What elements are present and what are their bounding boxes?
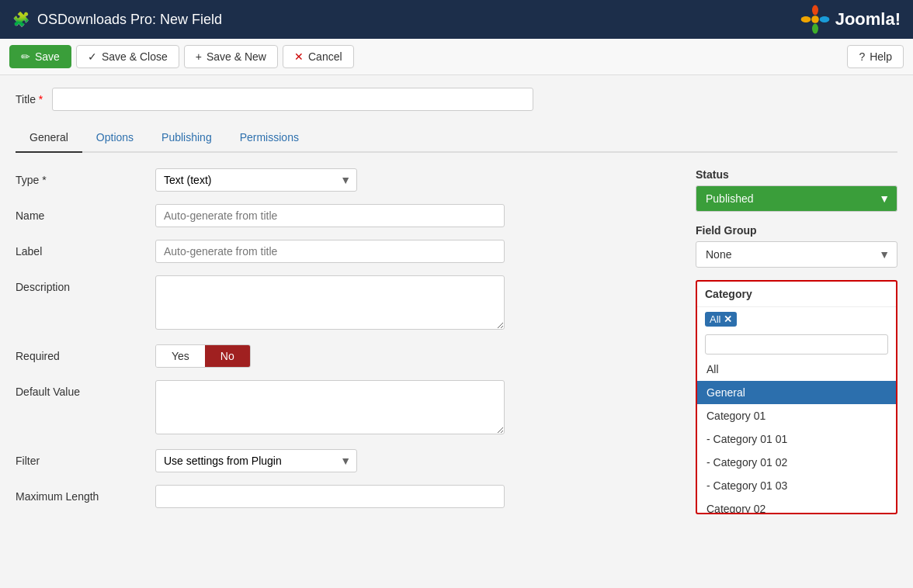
- field-group-section: Field Group None ▼: [696, 224, 897, 268]
- status-select[interactable]: Published: [696, 185, 897, 212]
- svg-point-3: [812, 24, 818, 34]
- default-value-row: Default Value: [16, 380, 680, 437]
- type-row: Type * Text (text) ▼: [16, 168, 680, 192]
- svg-point-1: [812, 5, 818, 16]
- svg-point-2: [819, 16, 829, 22]
- name-control: [155, 204, 505, 227]
- check-icon: ✓: [88, 50, 97, 63]
- svg-point-4: [800, 16, 811, 22]
- joomla-text: Joomla!: [835, 9, 901, 29]
- save-close-button[interactable]: ✓ Save & Close: [76, 45, 179, 68]
- title-label: Title *: [16, 93, 43, 105]
- type-select-wrapper: Text (text) ▼: [155, 168, 357, 192]
- category-all-tag: All ✕: [705, 312, 737, 327]
- field-group-select[interactable]: None: [696, 241, 897, 268]
- filter-label: Filter: [16, 449, 155, 467]
- filter-control: Use settings from Plugin ▼: [155, 449, 505, 472]
- list-item[interactable]: Category 01: [697, 404, 896, 427]
- puzzle-icon: 🧩: [12, 11, 30, 28]
- description-textarea[interactable]: [155, 275, 505, 330]
- status-select-wrapper: Published ▼: [696, 185, 897, 212]
- tab-publishing[interactable]: Publishing: [148, 123, 226, 153]
- default-value-label: Default Value: [16, 380, 155, 398]
- title-row: Title *: [16, 88, 897, 111]
- list-item[interactable]: - Category 01 03: [697, 474, 896, 497]
- label-control: [155, 240, 505, 263]
- status-section: Status Published ▼: [696, 168, 897, 212]
- name-input[interactable]: [155, 204, 505, 227]
- category-all-tag-label: All: [710, 313, 720, 325]
- default-value-textarea[interactable]: [155, 380, 505, 434]
- save-new-button[interactable]: + Save & New: [184, 45, 278, 68]
- app-header: 🧩 OSDownloads Pro: New Field Joomla!: [0, 0, 913, 39]
- main-layout: Type * Text (text) ▼ Name: [16, 168, 897, 521]
- joomla-logo: Joomla!: [800, 4, 901, 35]
- svg-point-0: [811, 16, 819, 23]
- toolbar: ✏ Save ✓ Save & Close + Save & New ✕ Can…: [0, 39, 913, 75]
- category-section: Category All ✕ AllGeneralCategory 01- Ca…: [696, 280, 897, 514]
- tab-bar: General Options Publishing Permissions: [16, 123, 897, 153]
- right-panel: Status Published ▼ Field Group None ▼: [696, 168, 897, 521]
- list-item[interactable]: General: [697, 381, 896, 404]
- save-button[interactable]: ✏ Save: [9, 45, 71, 68]
- tab-permissions[interactable]: Permissions: [226, 123, 313, 153]
- required-toggle: Yes No: [155, 344, 251, 368]
- field-group-select-wrapper: None ▼: [696, 241, 897, 268]
- filter-select-wrapper: Use settings from Plugin ▼: [155, 449, 357, 472]
- tab-options[interactable]: Options: [82, 123, 148, 153]
- joomla-flower-icon: [800, 4, 831, 35]
- title-input[interactable]: [52, 88, 533, 111]
- field-group-label: Field Group: [696, 224, 897, 237]
- required-star: *: [39, 93, 43, 105]
- label-input[interactable]: [155, 240, 505, 263]
- name-label: Name: [16, 204, 155, 222]
- page-title: OSDownloads Pro: New Field: [37, 12, 222, 28]
- category-search-input[interactable]: [705, 334, 888, 355]
- required-label: Required: [16, 344, 155, 362]
- type-label: Type *: [16, 168, 155, 186]
- description-control: [155, 275, 505, 332]
- description-label: Description: [16, 275, 155, 293]
- category-header: Category: [697, 282, 896, 307]
- type-control: Text (text) ▼: [155, 168, 505, 192]
- tab-general[interactable]: General: [16, 123, 82, 153]
- label-row: Label: [16, 240, 680, 263]
- required-control: Yes No: [155, 344, 505, 368]
- default-value-control: [155, 380, 505, 437]
- required-yes-button[interactable]: Yes: [156, 345, 205, 367]
- filter-select[interactable]: Use settings from Plugin: [155, 449, 357, 472]
- list-item[interactable]: - Category 01 02: [697, 451, 896, 474]
- list-item[interactable]: - Category 01 01: [697, 427, 896, 451]
- type-select[interactable]: Text (text): [155, 168, 357, 192]
- list-item[interactable]: Category 02: [697, 497, 896, 513]
- status-label: Status: [696, 168, 897, 181]
- plus-icon: +: [196, 50, 202, 63]
- max-length-input[interactable]: [155, 485, 505, 508]
- cancel-button[interactable]: ✕ Cancel: [283, 45, 354, 68]
- category-all-tag-close[interactable]: ✕: [724, 313, 732, 325]
- required-no-button[interactable]: No: [205, 345, 250, 367]
- description-row: Description: [16, 275, 680, 332]
- name-row: Name: [16, 204, 680, 227]
- content-area: Title * General Options Publishing Permi…: [0, 75, 913, 533]
- filter-row: Filter Use settings from Plugin ▼: [16, 449, 680, 472]
- max-length-label: Maximum Length: [16, 485, 155, 503]
- left-panel: Type * Text (text) ▼ Name: [16, 168, 680, 521]
- max-length-row: Maximum Length: [16, 485, 680, 508]
- category-list: AllGeneralCategory 01- Category 01 01- C…: [697, 358, 896, 513]
- x-icon: ✕: [294, 50, 304, 63]
- question-icon: ?: [859, 50, 865, 63]
- save-icon: ✏: [21, 50, 30, 63]
- category-selected-tags: All ✕: [697, 307, 896, 331]
- help-button[interactable]: ? Help: [847, 45, 904, 68]
- max-length-control: [155, 485, 505, 508]
- required-row: Required Yes No: [16, 344, 680, 368]
- list-item[interactable]: All: [697, 358, 896, 381]
- label-label: Label: [16, 240, 155, 258]
